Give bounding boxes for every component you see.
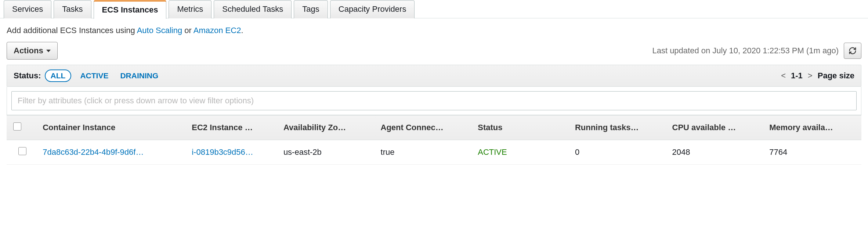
last-updated-text: Last updated on July 10, 2020 1:22:53 PM… <box>652 46 839 56</box>
select-all-checkbox[interactable] <box>13 122 21 131</box>
row-select[interactable] <box>7 140 37 165</box>
col-availability-zone[interactable]: Availability Zo… <box>278 115 376 140</box>
hint-suffix: . <box>241 26 243 35</box>
pager-next[interactable]: > <box>808 71 813 81</box>
table-row[interactable]: 7da8c63d-22b4-4b9f-9d6f… i-0819b3c9d56… … <box>7 140 861 165</box>
hint-prefix: Add additional ECS Instances using <box>7 26 137 35</box>
hint-or: or <box>182 26 194 35</box>
page-size-label: Page size <box>818 71 854 81</box>
add-instances-hint: Add additional ECS Instances using Auto … <box>7 26 861 35</box>
cell-availability-zone: us-east-2b <box>278 140 376 165</box>
col-cpu-available[interactable]: CPU available … <box>667 115 764 140</box>
col-ec2-instance[interactable]: EC2 Instance … <box>187 115 278 140</box>
attribute-filter-input[interactable] <box>11 91 857 110</box>
cell-container-instance[interactable]: 7da8c63d-22b4-4b9f-9d6f… <box>37 140 187 165</box>
auto-scaling-link[interactable]: Auto Scaling <box>137 26 182 35</box>
status-filter-bar: Status: ALL ACTIVE DRAINING < 1-1 > Page… <box>7 65 861 87</box>
col-status[interactable]: Status <box>473 115 570 140</box>
status-label: Status: <box>14 71 41 81</box>
pager-range: 1-1 <box>791 71 803 81</box>
pager-prev[interactable]: < <box>781 71 786 81</box>
tab-tags[interactable]: Tags <box>294 0 328 18</box>
select-all-header[interactable] <box>7 115 37 140</box>
tab-services[interactable]: Services <box>4 0 51 18</box>
refresh-icon <box>849 47 857 55</box>
filter-all[interactable]: ALL <box>45 69 72 82</box>
filter-draining[interactable]: DRAINING <box>115 70 163 81</box>
cell-running-tasks: 0 <box>570 140 667 165</box>
cell-status: ACTIVE <box>473 140 570 165</box>
filter-active[interactable]: ACTIVE <box>75 70 113 81</box>
table-header-row: Container Instance EC2 Instance … Availa… <box>7 115 861 140</box>
col-agent-connected[interactable]: Agent Connec… <box>376 115 473 140</box>
refresh-button[interactable] <box>844 43 861 59</box>
cell-cpu-available: 2048 <box>667 140 764 165</box>
toolbar: Actions Last updated on July 10, 2020 1:… <box>7 42 861 60</box>
col-container-instance[interactable]: Container Instance <box>37 115 187 140</box>
cell-ec2-instance[interactable]: i-0819b3c9d56… <box>187 140 278 165</box>
cell-memory-available: 7764 <box>764 140 861 165</box>
pager: < 1-1 > Page size <box>781 71 854 81</box>
cell-agent-connected: true <box>376 140 473 165</box>
col-memory-available[interactable]: Memory availa… <box>764 115 861 140</box>
instances-table: Container Instance EC2 Instance … Availa… <box>7 115 861 165</box>
amazon-ec2-link[interactable]: Amazon EC2 <box>194 26 241 35</box>
status-badge: ACTIVE <box>478 147 507 157</box>
row-checkbox[interactable] <box>18 147 26 155</box>
actions-dropdown[interactable]: Actions <box>7 42 58 60</box>
tab-capacity-providers[interactable]: Capacity Providers <box>330 0 415 18</box>
tab-scheduled-tasks[interactable]: Scheduled Tasks <box>214 0 292 18</box>
actions-label: Actions <box>14 46 43 56</box>
tabs-bar: Services Tasks ECS Instances Metrics Sch… <box>0 0 868 18</box>
tab-ecs-instances[interactable]: ECS Instances <box>94 0 167 19</box>
filter-wrap <box>7 87 861 115</box>
caret-down-icon <box>46 50 51 52</box>
tab-metrics[interactable]: Metrics <box>169 0 211 18</box>
tab-tasks[interactable]: Tasks <box>54 0 91 18</box>
col-running-tasks[interactable]: Running tasks… <box>570 115 667 140</box>
